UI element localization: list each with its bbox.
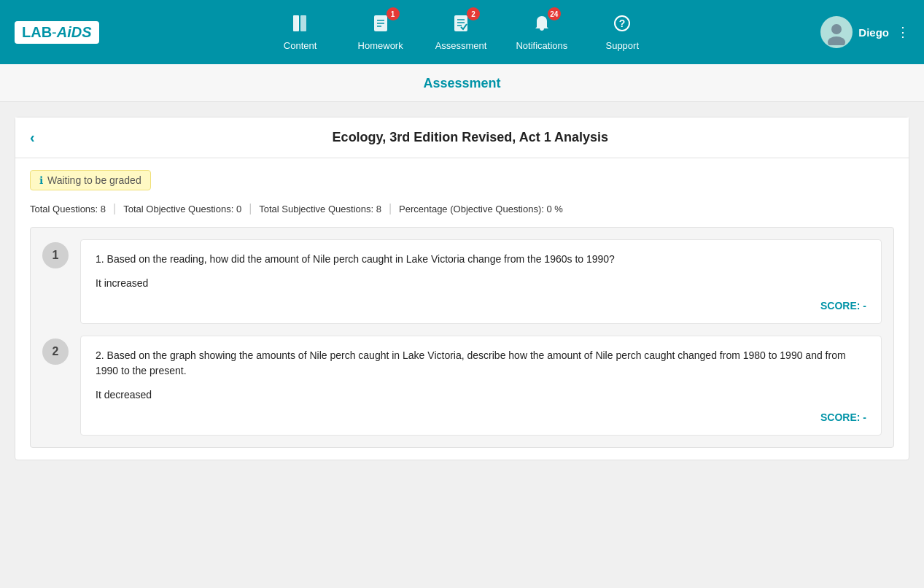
question-answer-2: It decreased	[96, 387, 866, 403]
card-body: ℹ Waiting to be graded Total Questions: …	[15, 158, 909, 460]
question-number-2: 2	[42, 339, 69, 365]
homework-badge: 1	[387, 7, 400, 20]
percentage-label: Percentage (Objective Questions):	[399, 204, 544, 214]
total-questions-label: Total Questions:	[30, 204, 98, 214]
logo[interactable]: LAB-AiDS	[15, 21, 102, 44]
question-answer-1: It increased	[96, 276, 866, 291]
user-name: Diego	[858, 26, 889, 39]
total-questions-value: 8	[101, 204, 106, 214]
content-label: Content	[284, 40, 317, 51]
table-row: 1 1. Based on the reading, how did the a…	[42, 239, 882, 324]
subheader-title: Assessment	[423, 76, 500, 90]
main-nav: Content 1 Homework	[102, 13, 821, 51]
svg-point-14	[831, 24, 842, 34]
support-label: Support	[605, 40, 639, 51]
stats-row: Total Questions: 8 | Total Objective Que…	[30, 202, 894, 215]
nav-content[interactable]: Content	[275, 13, 326, 51]
logo-lab: LAB	[22, 24, 52, 40]
assessment-badge: 2	[467, 7, 480, 20]
divider-1: |	[113, 202, 116, 215]
page-title: Ecology, 3rd Edition Revised, Act 1 Anal…	[47, 130, 894, 145]
question-score-2: SCORE: -	[96, 411, 866, 423]
notifications-badge: 24	[548, 7, 561, 20]
notifications-label: Notifications	[516, 40, 567, 51]
user-menu-dots-icon: ⋮	[896, 24, 909, 40]
question-number-1: 1	[42, 242, 69, 268]
nav-assessment[interactable]: 2 Assessment	[435, 13, 487, 51]
content-card: ‹ Ecology, 3rd Edition Revised, Act 1 An…	[15, 117, 909, 460]
table-row: 2 2. Based on the graph showing the amou…	[42, 336, 882, 436]
user-menu[interactable]: Diego ⋮	[820, 16, 909, 48]
logo-aids: AiDS	[57, 24, 92, 40]
nav-homework[interactable]: 1 Homework	[355, 13, 406, 51]
card-header: ‹ Ecology, 3rd Edition Revised, Act 1 An…	[15, 117, 909, 158]
support-icon: ?	[612, 13, 632, 39]
svg-text:?: ?	[619, 18, 626, 29]
main-content: ‹ Ecology, 3rd Edition Revised, Act 1 An…	[0, 102, 924, 460]
logo-dash: -	[52, 24, 57, 40]
svg-rect-7	[454, 15, 467, 31]
total-objective-value: 0	[236, 204, 241, 214]
content-icon	[290, 13, 311, 39]
divider-2: |	[249, 202, 252, 215]
questions-area: 1 1. Based on the reading, how did the a…	[30, 227, 894, 448]
assessment-icon: 2	[451, 13, 471, 39]
nav-notifications[interactable]: 24 Notifications	[516, 13, 567, 51]
subheader: Assessment	[0, 64, 924, 102]
question-content-2: 2. Based on the graph showing the amount…	[80, 336, 882, 436]
total-objective-label: Total Objective Questions:	[123, 204, 233, 214]
homework-icon: 1	[370, 13, 391, 39]
divider-3: |	[389, 202, 392, 215]
question-text-2: 2. Based on the graph showing the amount…	[96, 348, 866, 379]
svg-rect-1	[300, 15, 306, 31]
status-badge: ℹ Waiting to be graded	[30, 170, 151, 190]
avatar	[820, 16, 853, 48]
assessment-label: Assessment	[435, 40, 487, 51]
question-score-1: SCORE: -	[96, 300, 866, 312]
nav-support[interactable]: ? Support	[597, 13, 648, 51]
svg-rect-2	[298, 17, 299, 30]
back-button[interactable]: ‹	[30, 129, 35, 146]
homework-label: Homework	[358, 40, 403, 51]
info-icon: ℹ	[39, 174, 43, 186]
notifications-icon: 24	[532, 13, 552, 39]
total-subjective-value: 8	[376, 204, 381, 214]
percentage-value: 0 %	[546, 204, 562, 214]
total-subjective-label: Total Subjective Questions:	[259, 204, 373, 214]
main-header: LAB-AiDS Content	[0, 0, 924, 64]
status-text: Waiting to be graded	[47, 174, 141, 186]
question-text-1: 1. Based on the reading, how did the amo…	[96, 252, 866, 267]
question-content-1: 1. Based on the reading, how did the amo…	[80, 239, 882, 324]
